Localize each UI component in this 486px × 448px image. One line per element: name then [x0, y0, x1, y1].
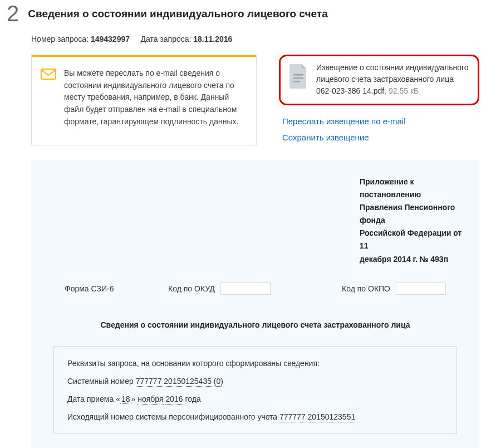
- save-file-link[interactable]: Сохранить извещение: [282, 133, 479, 142]
- outgoing-number-label: Исходящий номер системы персонифицирован…: [67, 412, 279, 421]
- okpo-label: Код по ОКПО: [335, 284, 396, 293]
- file-attachment[interactable]: Извещение о состоянии индивидуального ли…: [279, 55, 479, 105]
- system-number-line: Системный номер 777777 20150125435 (0): [67, 377, 443, 386]
- form-label: Форма СЗИ-6: [65, 284, 165, 293]
- request-date-label: Дата запроса:: [140, 35, 191, 43]
- okud-label: Код по ОКУД: [165, 284, 220, 293]
- outgoing-number-line: Исходящий номер системы персонифицирован…: [67, 412, 443, 421]
- document-preview: Приложение к постановлению Правления Пен…: [31, 160, 479, 448]
- receipt-post: года: [183, 395, 201, 403]
- request-intro: Реквизиты запроса, на основании которого…: [67, 359, 443, 368]
- receipt-day: 18: [120, 395, 131, 404]
- appendix-reference: Приложение к постановлению Правления Пен…: [360, 176, 463, 266]
- receipt-year: 2016: [165, 395, 183, 405]
- document-icon: [288, 63, 308, 89]
- receipt-pre: Дата приема «: [67, 395, 120, 403]
- step-number: 2: [7, 2, 19, 25]
- system-number-value: 777777 20150125435 (0): [136, 377, 223, 387]
- request-date-value: 18.11.2016: [193, 35, 232, 43]
- document-title: Сведения о состоянии индивидуального лиц…: [48, 320, 463, 329]
- mail-icon: [41, 69, 56, 80]
- request-number-value: 149432997: [91, 35, 130, 43]
- svg-rect-1: [293, 74, 303, 76]
- svg-rect-0: [41, 69, 56, 79]
- appendix-line: Правления Пенсионного фонда: [360, 201, 463, 227]
- email-hint-text: Вы можете переслать по e-mail сведения о…: [64, 67, 247, 128]
- file-text: Извещение о состоянии индивидуального ли…: [316, 62, 470, 97]
- svg-rect-3: [293, 81, 300, 82]
- receipt-month: ноября: [138, 395, 163, 405]
- email-hint-box: Вы можете переслать по e-mail сведения о…: [31, 55, 257, 145]
- file-size: , 92.55 кБ.: [384, 86, 421, 95]
- request-details-box: Реквизиты запроса, на основании которого…: [53, 346, 457, 434]
- forward-email-link[interactable]: Переслать извещение по e-mail: [282, 116, 479, 126]
- okud-field[interactable]: [220, 283, 271, 295]
- receipt-mid: »: [131, 395, 138, 403]
- appendix-line: Российской Федерации от 11: [360, 227, 463, 252]
- okpo-field[interactable]: [396, 283, 446, 295]
- request-meta: Номер запроса: 149432997 Дата запроса: 1…: [31, 35, 479, 43]
- outgoing-number-value: 777777 20150123551: [279, 412, 355, 422]
- form-codes-row: Форма СЗИ-6 Код по ОКУД Код по ОКПО: [65, 283, 446, 295]
- step-title: Сведения о состоянии индивидуального лиц…: [28, 8, 328, 20]
- request-number-label: Номер запроса:: [31, 35, 89, 43]
- receipt-date-line: Дата приема «18» ноября 2016 года: [67, 395, 443, 403]
- step-header: 2 Сведения о состоянии индивидуального л…: [7, 4, 479, 25]
- system-number-label: Системный номер: [67, 377, 136, 386]
- svg-rect-2: [293, 77, 303, 79]
- appendix-line: декабря 2014 г. № 493п: [360, 253, 463, 266]
- appendix-line: Приложение к постановлению: [360, 176, 463, 201]
